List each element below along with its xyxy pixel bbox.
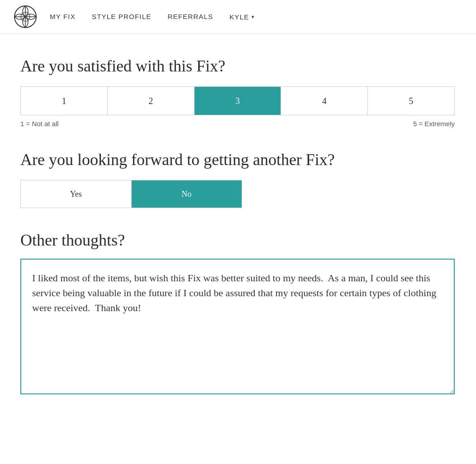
main-content: Are you satisfied with this Fix? 1 2 3 4… — [0, 34, 452, 446]
chevron-down-icon: ▾ — [252, 14, 255, 20]
satisfaction-question: Are you satisfied with this Fix? 1 2 3 4… — [20, 57, 432, 128]
satisfaction-question-label: Are you satisfied with this Fix? — [20, 57, 432, 76]
rating-scale: 1 2 3 4 5 — [20, 86, 455, 115]
navigation: MY FIX STYLE PROFILE REFERRALS KYLE ▾ — [0, 0, 476, 34]
rating-option-5[interactable]: 5 — [368, 87, 454, 115]
rating-option-3[interactable]: 3 — [195, 87, 281, 115]
rating-option-1[interactable]: 1 — [21, 87, 108, 115]
scale-high-label: 5 = Extremely — [413, 120, 455, 128]
scale-low-label: 1 = Not at all — [20, 120, 59, 128]
nav-user-menu[interactable]: KYLE ▾ — [229, 13, 255, 21]
yes-no-group: Yes No — [20, 180, 242, 208]
nav-links: MY FIX STYLE PROFILE REFERRALS KYLE ▾ — [50, 13, 255, 21]
yes-option[interactable]: Yes — [20, 180, 131, 208]
rating-option-2[interactable]: 2 — [108, 87, 195, 115]
another-fix-question: Are you looking forward to getting anoth… — [20, 150, 432, 208]
nav-referrals[interactable]: REFERRALS — [167, 13, 213, 20]
no-option[interactable]: No — [131, 180, 243, 208]
logo-icon[interactable] — [14, 5, 37, 28]
nav-user-label: KYLE — [229, 13, 249, 21]
another-fix-question-label: Are you looking forward to getting anoth… — [20, 150, 432, 169]
rating-option-4[interactable]: 4 — [281, 87, 368, 115]
other-thoughts-question: Other thoughts? I liked most of the item… — [20, 231, 432, 396]
nav-style-profile[interactable]: STYLE PROFILE — [92, 13, 151, 20]
nav-my-fix[interactable]: MY FIX — [50, 13, 76, 20]
feedback-textarea[interactable]: I liked most of the items, but wish this… — [20, 259, 455, 394]
other-thoughts-label: Other thoughts? — [20, 231, 432, 250]
scale-labels: 1 = Not at all 5 = Extremely — [20, 120, 455, 128]
